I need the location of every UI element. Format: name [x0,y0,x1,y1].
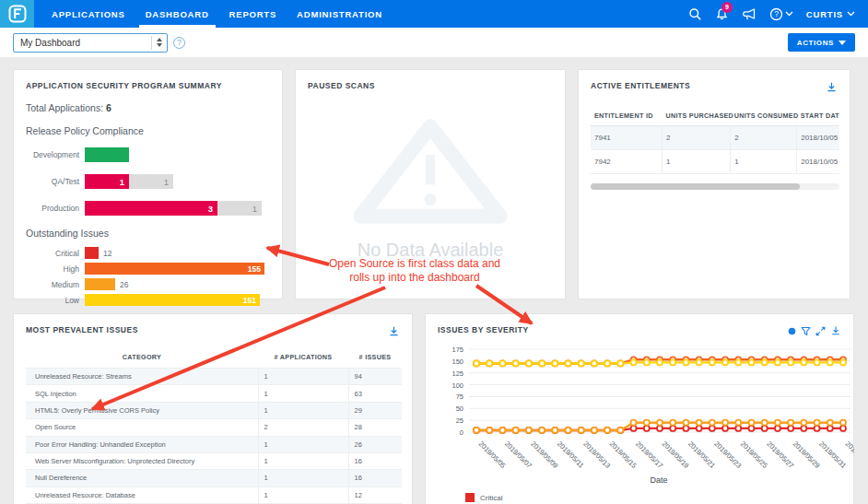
table-cell: 29 [348,402,402,418]
data-point [657,359,663,365]
y-tick-label: 0 [460,428,463,437]
announcements-megaphone-icon[interactable] [742,7,757,21]
download-icon[interactable] [826,81,838,93]
dashboard-help-icon[interactable]: ? [173,37,185,49]
data-point [644,426,650,431]
data-point [657,426,663,431]
download-icon[interactable] [388,325,400,337]
column-header[interactable]: # APPLICATIONS [258,346,348,369]
data-point [579,428,584,433]
data-point [670,359,675,365]
release-bar-segment-fail: 3 [85,201,217,216]
notifications-bell-icon[interactable]: 9 [715,7,729,21]
table-row[interactable]: Unreleased Resource: Streams194 [26,369,402,385]
nav-item-dashboard[interactable]: DASHBOARD [135,0,219,28]
data-point [710,420,715,426]
card-issues-by-severity: ISSUES BY SEVERITY 025507510012515017520… [425,313,854,504]
table-row[interactable]: Poor Error Handling: Unhandled Exception… [26,436,402,452]
table-row[interactable]: 7942112018/10/052019/1 [591,150,839,174]
data-point [775,426,780,431]
data-point [722,420,728,426]
horizontal-scrollbar[interactable] [591,183,839,190]
data-point [722,426,728,431]
data-point [539,428,545,433]
help-menu[interactable]: ? [769,7,793,21]
table-cell: 1 [731,150,797,174]
column-header[interactable]: ENTITLEMENT ID [591,106,663,126]
release-bar-segment-none: 1 [217,201,262,216]
table-cell: Unreleased Resource: Streams [26,369,258,385]
outstanding-value: 151 [243,296,260,305]
release-row-label: Development [26,150,85,159]
outstanding-bar [85,247,99,259]
table-cell: 7941 [591,126,663,150]
data-point [499,360,505,366]
table-row[interactable]: Web Server Misconfiguration: Unprotected… [26,452,402,469]
data-point [840,420,846,426]
data-point [697,426,702,431]
outstanding-row-label: Medium [26,280,85,289]
data-point [487,428,492,433]
card-title: PAUSED SCANS [308,81,553,90]
y-tick-label: 150 [452,357,463,366]
column-header[interactable]: UNITS PURCHASED [663,106,731,126]
legend-swatch-critical[interactable] [465,493,475,502]
legend-label: Critical [480,494,503,502]
release-row-label: Production [26,204,85,213]
table-row[interactable]: Null Dereference116 [26,470,402,486]
table-cell: Null Dereference [26,470,258,486]
table-row[interactable]: Unreleased Resource: Database112 [26,486,402,503]
column-header[interactable]: START DATE [797,106,839,126]
data-point [592,360,597,366]
table-cell: 1 [258,369,348,385]
prevalent-issues-table: CATEGORY# APPLICATIONS# ISSUES Unrelease… [26,346,402,504]
x-tick-label: 2019/05/21 [686,440,717,470]
data-point [801,359,806,365]
top-nav: APPLICATIONSDASHBOARDREPORTSADMINISTRATI… [0,0,868,28]
prevalent-header-row: CATEGORY# APPLICATIONS# ISSUES [26,346,402,369]
outstanding-value: 155 [248,264,264,274]
column-header[interactable]: # ISSUES [348,346,402,369]
segment-value: 1 [120,177,129,187]
data-point [644,359,650,365]
fortify-logo[interactable] [0,0,34,28]
data-point [749,420,755,426]
download-icon[interactable] [830,325,841,336]
data-point [735,426,741,431]
legend-toggle-icon[interactable] [788,327,796,335]
release-row-bars: 11 [85,174,173,189]
table-row[interactable]: HTML5: Overly Permissive CORS Policy129 [26,402,402,418]
table-row[interactable]: 7941222018/10/052019/1 [591,126,839,150]
dashboard-select[interactable]: My Dashboard [13,33,168,53]
x-tick-label: 2019/05/17 [634,440,664,470]
release-bar-segment-fail: 1 [85,174,129,189]
table-row[interactable]: SQL Injection163 [26,385,402,402]
actions-button[interactable]: ACTIONS [788,33,855,52]
scrollbar-thumb[interactable] [591,183,800,190]
nav-item-reports[interactable]: REPORTS [219,0,287,28]
caret-down-icon [839,41,846,45]
table-row[interactable]: Open Source228 [26,419,402,436]
nav-right: 9 ? CURTIS [688,0,868,28]
search-icon[interactable] [688,7,702,21]
data-point [697,359,702,365]
user-menu[interactable]: CURTIS [806,9,855,19]
filter-icon[interactable] [801,326,811,336]
table-cell: 1 [258,486,348,503]
column-header[interactable]: CATEGORY [26,346,258,369]
release-policy-chart: DevelopmentQA/Test11Production31 [26,147,270,216]
x-tick-label: 2019/05/07 [503,440,534,470]
data-point [775,420,780,426]
data-point [487,360,492,366]
prevalent-body: Unreleased Resource: Streams194SQL Injec… [26,369,402,504]
data-point [775,359,780,365]
outstanding-issues-title: Outstanding Issues [26,228,270,239]
data-point [788,426,793,431]
data-point [762,420,768,426]
nav-item-administration[interactable]: ADMINISTRATION [287,0,393,28]
nav-item-applications[interactable]: APPLICATIONS [41,0,135,28]
data-point [617,360,623,366]
expand-icon[interactable] [815,326,826,336]
dashboard-toolbar: My Dashboard ? ACTIONS [0,28,868,57]
column-header[interactable]: UNITS CONSUMED [731,106,797,126]
